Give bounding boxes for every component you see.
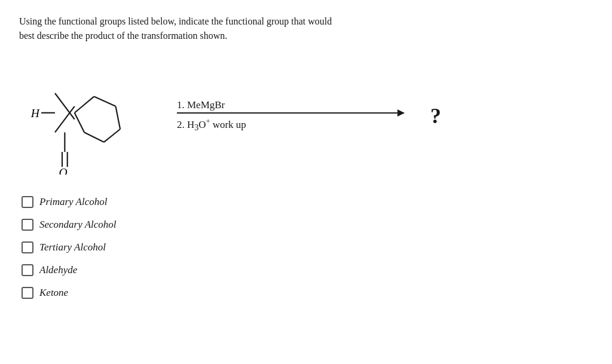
choice-item-tertiary[interactable]: Tertiary Alcohol <box>22 241 593 253</box>
choice-label-secondary: Secondary Alcohol <box>39 219 117 231</box>
svg-line-4 <box>75 96 94 112</box>
choice-label-aldehyde: Aldehyde <box>39 264 77 276</box>
checkbox-ketone[interactable] <box>22 287 33 299</box>
choice-label-primary: Primary Alcohol <box>39 196 107 208</box>
choice-item-primary[interactable]: Primary Alcohol <box>22 196 593 208</box>
checkbox-secondary[interactable] <box>22 219 33 231</box>
condition1-text: 1. MeMgBr <box>177 99 225 111</box>
question-text: Using the functional groups listed below… <box>19 14 437 43</box>
svg-line-6 <box>115 106 120 129</box>
svg-line-9 <box>75 113 84 133</box>
svg-line-5 <box>94 96 115 106</box>
choice-item-ketone[interactable]: Ketone <box>22 287 593 299</box>
svg-text:O: O <box>59 166 68 175</box>
answer-choices: Primary AlcoholSecondary AlcoholTertiary… <box>22 196 593 299</box>
svg-line-7 <box>104 129 120 142</box>
reaction-arrow-row <box>177 112 404 114</box>
svg-line-8 <box>84 132 104 142</box>
svg-line-2 <box>55 93 75 120</box>
product-question-mark: ? <box>430 103 441 129</box>
checkbox-aldehyde[interactable] <box>22 264 33 276</box>
reaction-arrow <box>177 112 404 114</box>
reaction-area: H O 1. MeMgBr 2. H3O+ work up <box>19 57 593 175</box>
choice-label-tertiary: Tertiary Alcohol <box>39 241 106 253</box>
condition2-text: 2. H3O+ work up <box>177 117 246 133</box>
checkbox-primary[interactable] <box>22 196 33 208</box>
choice-item-secondary[interactable]: Secondary Alcohol <box>22 219 593 231</box>
svg-text:H: H <box>30 107 41 120</box>
checkbox-tertiary[interactable] <box>22 241 33 253</box>
choice-label-ketone: Ketone <box>39 287 68 299</box>
molecule-structure: H O <box>19 57 163 175</box>
svg-line-1 <box>55 106 75 133</box>
choice-item-aldehyde[interactable]: Aldehyde <box>22 264 593 276</box>
reaction-arrow-block: 1. MeMgBr 2. H3O+ work up <box>177 99 404 133</box>
